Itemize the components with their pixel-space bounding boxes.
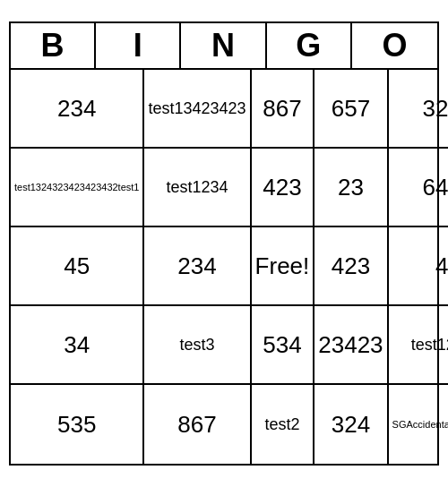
bingo-cell: 324 bbox=[314, 385, 388, 464]
bingo-cell: 645 bbox=[389, 149, 448, 227]
header-letter: B bbox=[11, 23, 96, 68]
bingo-cell: 45 bbox=[11, 227, 144, 306]
bingo-grid: 234test13423423867657324test132432342342… bbox=[11, 70, 437, 464]
bingo-cell: 234 bbox=[144, 227, 251, 306]
bingo-cell: 34 bbox=[11, 306, 144, 385]
bingo-header: BINGO bbox=[11, 23, 437, 70]
bingo-cell: 23 bbox=[314, 149, 388, 227]
header-letter: N bbox=[181, 23, 266, 68]
bingo-cell: 234 bbox=[11, 70, 144, 149]
bingo-cell: test1234 bbox=[389, 306, 448, 385]
header-letter: O bbox=[352, 23, 437, 68]
bingo-cell: test1234 bbox=[144, 149, 251, 227]
bingo-cell: 535 bbox=[11, 385, 144, 464]
bingo-cell: 423 bbox=[314, 227, 388, 306]
header-letter: G bbox=[267, 23, 352, 68]
bingo-cell: 657 bbox=[314, 70, 388, 149]
bingo-cell: SGAccidentallySwears bbox=[389, 385, 448, 464]
bingo-cell: 423 bbox=[252, 149, 315, 227]
bingo-cell: 534 bbox=[252, 306, 315, 385]
bingo-cell: 23423 bbox=[314, 306, 388, 385]
header-letter: I bbox=[96, 23, 181, 68]
bingo-cell: Free! bbox=[252, 227, 315, 306]
bingo-cell: 867 bbox=[252, 70, 315, 149]
bingo-cell: 867 bbox=[144, 385, 251, 464]
bingo-cell: test3 bbox=[144, 306, 251, 385]
bingo-cell: 4 bbox=[389, 227, 448, 306]
bingo-cell: test2 bbox=[252, 385, 315, 464]
bingo-cell: test13423423 bbox=[144, 70, 251, 149]
bingo-cell: 324 bbox=[389, 70, 448, 149]
bingo-cell: test1324323423423432test1 bbox=[11, 149, 144, 227]
bingo-card: BINGO 234test13423423867657324test132432… bbox=[9, 21, 439, 466]
